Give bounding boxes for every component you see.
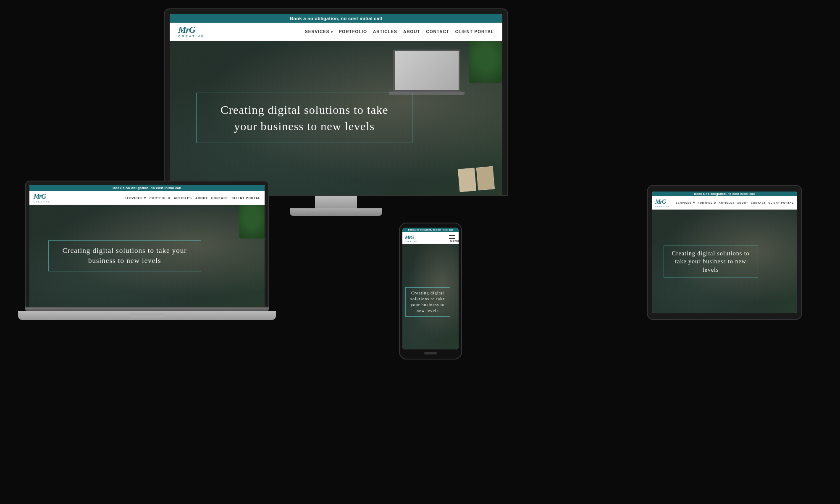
logo-text-desktop: MrG bbox=[178, 24, 195, 35]
nav-services-laptop[interactable]: SERVICES bbox=[125, 196, 147, 200]
nav-contact-laptop[interactable]: CONTACT bbox=[211, 197, 228, 200]
announcement-text-tablet: Book a no obligation, no cost initial ca… bbox=[694, 192, 755, 195]
logo-tablet: MrG CREATIVE bbox=[655, 198, 670, 207]
laptop-base bbox=[18, 311, 276, 320]
nav-client-portal-laptop[interactable]: CLIENT PORTAL bbox=[232, 197, 260, 200]
logo-text-tablet: MrG bbox=[655, 199, 666, 205]
logo-sub-tablet: CREATIVE bbox=[655, 205, 670, 207]
hero-text-box-desktop: Creating digital solutions to take your … bbox=[196, 93, 412, 143]
monitor-bezel: Book a no obligation, no cost initial ca… bbox=[164, 8, 508, 196]
nav-services-desktop[interactable]: SERVICES bbox=[305, 29, 333, 34]
laptop-bezel: Book a no obligation, no cost initial ca… bbox=[25, 181, 269, 307]
laptop-site: Book a no obligation, no cost initial ca… bbox=[29, 185, 265, 307]
nav-about-laptop[interactable]: ABOUT bbox=[195, 197, 208, 200]
hero-heading-desktop: Creating digital solutions to take your … bbox=[209, 102, 399, 134]
nav-bar-tablet: MrG CREATIVE SERVICES PORTFOLIO ARTICLES… bbox=[652, 196, 797, 210]
nav-client-portal-desktop[interactable]: CLIENT PORTAL bbox=[455, 29, 494, 34]
plant-decor bbox=[469, 41, 502, 83]
hero-tablet: Creating digital solutions to take your … bbox=[652, 210, 797, 313]
notebook-2 bbox=[476, 166, 495, 190]
nav-portfolio-laptop[interactable]: PORTFOLIO bbox=[150, 197, 171, 200]
desk-laptop-screen-decor bbox=[393, 50, 460, 92]
tablet-site: Book a no obligation, no cost initial ca… bbox=[652, 192, 797, 313]
logo-phone: MrG CREATIVE bbox=[405, 233, 417, 242]
desktop-site: Book a no obligation, no cost initial ca… bbox=[170, 14, 502, 195]
notebook-1 bbox=[458, 168, 477, 192]
nav-links-desktop: SERVICES PORTFOLIO ARTICLES ABOUT CONTAC… bbox=[305, 29, 494, 34]
announcement-text-laptop: Book a no obligation, no cost initial ca… bbox=[113, 186, 181, 190]
monitor-screen: Book a no obligation, no cost initial ca… bbox=[170, 14, 502, 195]
nav-contact-tablet[interactable]: CONTACT bbox=[751, 202, 766, 204]
hero-text-box-laptop: Creating digital solutions to take your … bbox=[48, 240, 201, 271]
nav-articles-desktop[interactable]: ARTICLES bbox=[373, 29, 397, 34]
nav-articles-tablet[interactable]: ARTICLES bbox=[719, 202, 735, 204]
nav-bar-desktop: MrG CREATIVE SERVICES PORTFOLIO ARTICLES… bbox=[170, 23, 502, 41]
announcement-bar-laptop: Book a no obligation, no cost initial ca… bbox=[29, 185, 265, 191]
announcement-text-phone: Book a no obligation, no cost initial ca… bbox=[408, 228, 453, 231]
laptop-device: Book a no obligation, no cost initial ca… bbox=[25, 181, 269, 320]
announcement-bar-phone: Book a no obligation, no cost initial ca… bbox=[402, 228, 459, 232]
phone-bezel: Book a no obligation, no cost initial ca… bbox=[399, 223, 462, 360]
nav-about-tablet[interactable]: ABOUT bbox=[737, 202, 748, 204]
menu-label-phone: MENU bbox=[450, 240, 456, 241]
announcement-bar-desktop: Book a no obligation, no cost initial ca… bbox=[170, 14, 502, 23]
logo-sub-laptop: CREATIVE bbox=[34, 200, 51, 203]
logo-laptop: MrG CREATIVE bbox=[34, 193, 51, 203]
nav-portfolio-desktop[interactable]: PORTFOLIO bbox=[339, 29, 367, 34]
announcement-text-desktop: Book a no obligation, no cost initial ca… bbox=[290, 16, 382, 21]
nav-contact-desktop[interactable]: CONTACT bbox=[426, 29, 449, 34]
hero-phone: Creating digital solutions to take your … bbox=[402, 244, 459, 349]
hero-text-box-phone: Creating digital solutions to take your … bbox=[405, 287, 450, 317]
tablet-screen: Book a no obligation, no cost initial ca… bbox=[652, 192, 797, 313]
hamburger-menu-phone[interactable]: MENU bbox=[449, 235, 456, 240]
laptop-screen: Book a no obligation, no cost initial ca… bbox=[29, 185, 265, 307]
nav-links-tablet: SERVICES PORTFOLIO ARTICLES ABOUT CONTAC… bbox=[676, 201, 794, 205]
monitor-stand-neck bbox=[315, 196, 357, 208]
hero-desktop: Creating digital solutions to take your … bbox=[170, 41, 502, 195]
laptop-trackpad bbox=[130, 313, 164, 318]
logo-text-laptop: MrG bbox=[34, 193, 46, 200]
nav-bar-laptop: MrG CREATIVE SERVICES PORTFOLIO ARTICLES… bbox=[29, 191, 265, 205]
tablet-device: Book a no obligation, no cost initial ca… bbox=[647, 185, 802, 320]
announcement-bar-tablet: Book a no obligation, no cost initial ca… bbox=[652, 192, 797, 196]
nav-client-portal-tablet[interactable]: CLIENT PORTAL bbox=[768, 202, 794, 204]
nav-about-desktop[interactable]: ABOUT bbox=[403, 29, 420, 34]
tablet-bezel: Book a no obligation, no cost initial ca… bbox=[647, 185, 802, 320]
nav-articles-laptop[interactable]: ARTICLES bbox=[174, 197, 192, 200]
phone-site: Book a no obligation, no cost initial ca… bbox=[402, 228, 459, 349]
hero-heading-laptop: Creating digital solutions to take your … bbox=[56, 246, 193, 266]
hero-heading-tablet: Creating digital solutions to take your … bbox=[669, 249, 753, 274]
nav-bar-phone: MrG CREATIVE MENU bbox=[402, 232, 459, 244]
hamburger-line-2 bbox=[449, 237, 455, 238]
nav-links-laptop: SERVICES PORTFOLIO ARTICLES ABOUT CONTAC… bbox=[125, 196, 260, 200]
hero-heading-phone: Creating digital solutions to take your … bbox=[409, 290, 446, 314]
laptop-hinge bbox=[25, 307, 269, 311]
phone-screen: Book a no obligation, no cost initial ca… bbox=[402, 228, 459, 349]
plant-leaves bbox=[469, 41, 502, 83]
logo-sub-desktop: CREATIVE bbox=[178, 34, 205, 38]
nav-portfolio-tablet[interactable]: PORTFOLIO bbox=[698, 202, 716, 204]
phone-home-button[interactable] bbox=[424, 352, 437, 354]
plant-laptop bbox=[239, 205, 265, 239]
logo-text-phone: MrG bbox=[405, 234, 414, 240]
hamburger-line-1 bbox=[449, 235, 455, 236]
logo-desktop: MrG CREATIVE bbox=[178, 25, 205, 38]
hamburger-line-3 bbox=[449, 238, 455, 239]
phone-device: Book a no obligation, no cost initial ca… bbox=[399, 223, 462, 360]
monitor-stand-base bbox=[290, 208, 382, 216]
logo-sub-phone: CREATIVE bbox=[405, 241, 417, 242]
hero-laptop: Creating digital solutions to take your … bbox=[29, 205, 265, 307]
notebooks-decor bbox=[458, 166, 495, 192]
hero-text-box-tablet: Creating digital solutions to take your … bbox=[664, 245, 758, 278]
nav-services-tablet[interactable]: SERVICES bbox=[676, 201, 695, 205]
plant-leaves-laptop bbox=[239, 205, 265, 239]
